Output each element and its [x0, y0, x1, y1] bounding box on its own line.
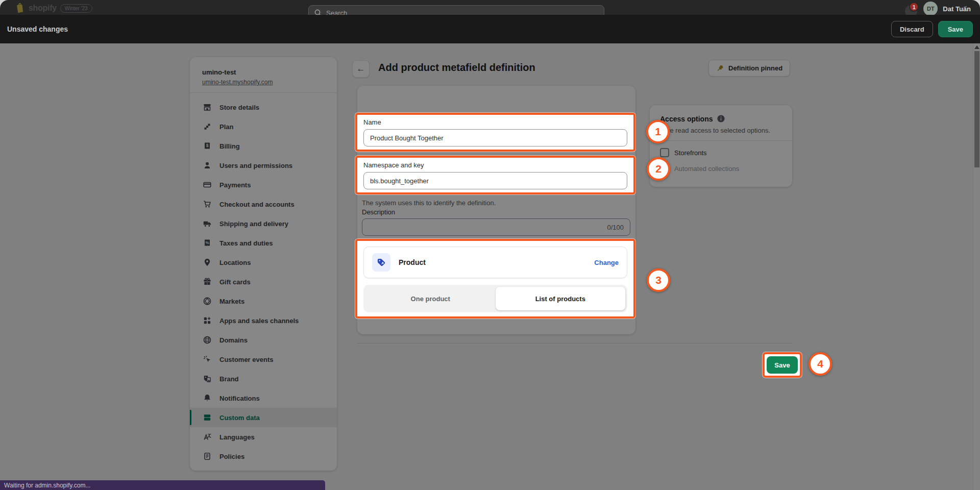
name-label: Name — [363, 118, 627, 126]
shopify-bag-icon — [15, 2, 25, 14]
version-badge: Winter '23 — [60, 4, 92, 13]
unsaved-changes-label: Unsaved changes — [7, 25, 68, 33]
segment-option-list-of-products[interactable]: List of products — [496, 287, 626, 310]
segment-option-one-product[interactable]: One product — [365, 287, 496, 310]
annotation-step-3: 3 — [647, 268, 670, 292]
namespace-label: Namespace and key — [363, 161, 627, 169]
admin-topbar: shopify Winter '23 Search 1 DT Dat Tuấn — [0, 0, 980, 15]
browser-status-bar: Waiting for admin.shopify.com... — [0, 480, 325, 490]
shopify-wordmark: shopify — [29, 4, 57, 13]
save-button[interactable]: Save — [767, 356, 798, 374]
unsaved-changes-bar: Unsaved changes Discard Save — [0, 15, 980, 43]
avatar[interactable]: DT — [923, 2, 938, 16]
shopify-logo[interactable]: shopify Winter '23 — [15, 2, 92, 14]
shopify-admin-window: shopify Winter '23 Search 1 DT Dat Tuấn … — [0, 0, 980, 490]
product-reference-icon — [372, 253, 390, 272]
notifications-button[interactable]: 1 — [905, 2, 918, 15]
notification-badge: 1 — [909, 2, 919, 12]
product-cardinality-segmented: One productList of products — [363, 285, 627, 312]
user-name: Dat Tuấn — [943, 5, 971, 13]
annotation-step-4: 4 — [808, 352, 832, 376]
content-type-name: Product — [399, 258, 586, 266]
change-link[interactable]: Change — [594, 259, 619, 266]
namespace-field-highlight: Namespace and key — [355, 156, 635, 194]
content-type-row: Product Change — [363, 247, 627, 278]
namespace-input[interactable] — [363, 172, 627, 189]
save-button-highlight: Save — [763, 352, 802, 378]
topbar-save-button[interactable]: Save — [938, 21, 973, 37]
annotation-step-2: 2 — [647, 157, 670, 181]
annotation-step-1: 1 — [646, 120, 670, 143]
name-field-highlight: Name — [355, 113, 635, 152]
content-type-highlight: Product Change One productList of produc… — [355, 239, 635, 318]
status-text: Waiting for admin.shopify.com... — [4, 482, 90, 489]
name-input[interactable] — [363, 129, 627, 146]
discard-button[interactable]: Discard — [891, 21, 933, 37]
